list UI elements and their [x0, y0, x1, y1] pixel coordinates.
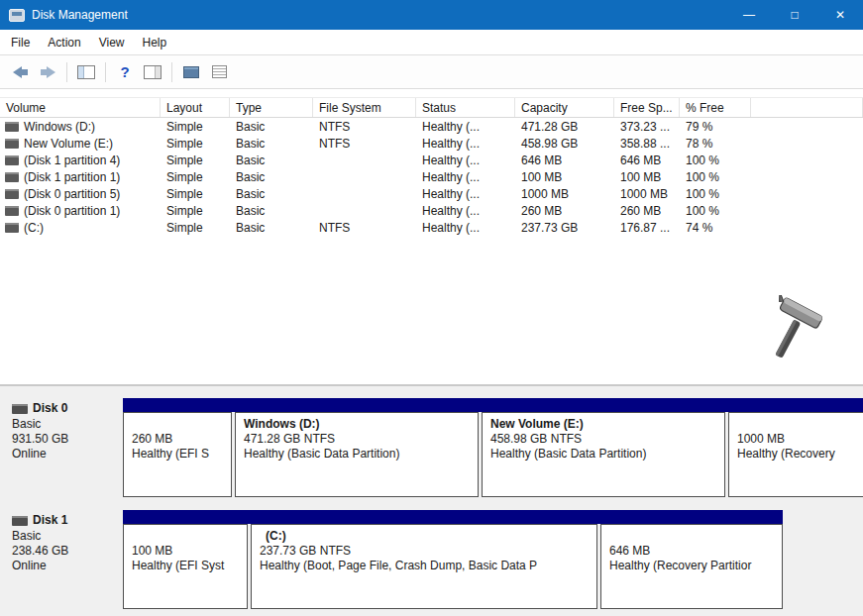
menu-action[interactable]: Action: [39, 32, 89, 53]
back-arrow-icon: [13, 66, 28, 78]
help-button[interactable]: ?: [112, 59, 138, 85]
col-layout[interactable]: Layout: [161, 98, 230, 117]
partition-new-volume-e[interactable]: New Volume (E:) 458.98 GB NTFS Healthy (…: [482, 412, 725, 497]
disk-name: Disk 1: [33, 513, 67, 528]
table-header: Volume Layout Type File System Status Ca…: [0, 97, 863, 118]
cell-pctfree: 100 %: [680, 204, 751, 218]
partition-size: 458.98 GB NTFS: [490, 432, 716, 447]
volume-icon: [5, 139, 19, 149]
partition-title: New Volume (E:): [490, 417, 716, 432]
export-list-button[interactable]: [206, 59, 232, 85]
console-tree-button[interactable]: [73, 59, 99, 85]
maximize-button[interactable]: □: [772, 0, 817, 30]
partition-recovery-disk0[interactable]: 1000 MB Healthy (Recovery: [728, 412, 863, 497]
close-button[interactable]: ✕: [817, 0, 863, 30]
cell-layout: Simple: [161, 187, 230, 201]
table-row[interactable]: (Disk 0 partition 5) Simple Basic Health…: [0, 185, 863, 202]
partition-size: 100 MB: [132, 544, 239, 559]
cell-fs: NTFS: [313, 221, 416, 235]
cell-fs: NTFS: [313, 120, 416, 134]
cell-capacity: 260 MB: [515, 204, 614, 218]
partition-size: 237.73 GB NTFS: [260, 544, 589, 559]
cell-pctfree: 74 %: [680, 221, 751, 235]
disk-0-label[interactable]: Disk 0 Basic 931.50 GB Online: [8, 398, 123, 497]
partition-color-stripe: [123, 510, 783, 524]
partition-windows-d[interactable]: Windows (D:) 471.28 GB NTFS Healthy (Bas…: [235, 412, 479, 497]
table-row[interactable]: New Volume (E:) Simple Basic NTFS Health…: [0, 135, 863, 152]
forward-arrow-icon: [41, 66, 55, 78]
col-status[interactable]: Status: [416, 98, 515, 117]
cell-type: Basic: [230, 137, 313, 151]
cell-pctfree: 78 %: [680, 137, 751, 151]
cell-capacity: 646 MB: [515, 154, 614, 167]
menu-help[interactable]: Help: [134, 32, 176, 53]
table-row[interactable]: (Disk 0 partition 1) Simple Basic Health…: [0, 202, 863, 219]
toolbar: ?: [0, 55, 863, 89]
toolbar-separator: [171, 62, 172, 82]
volume-icon: [5, 206, 19, 216]
disk-1-label[interactable]: Disk 1 Basic 238.46 GB Online: [8, 510, 123, 609]
volume-icon: [5, 122, 19, 132]
action-pane-button[interactable]: [140, 59, 165, 85]
menu-bar: File Action View Help: [0, 30, 863, 55]
cell-type: Basic: [230, 204, 313, 218]
menu-file[interactable]: File: [2, 32, 39, 53]
partition-recovery-disk1[interactable]: 646 MB Healthy (Recovery Partitior: [600, 524, 783, 609]
table-row[interactable]: Windows (D:) Simple Basic NTFS Healthy (…: [0, 118, 863, 135]
menu-view[interactable]: View: [90, 32, 134, 53]
partition-title: Windows (D:): [244, 417, 470, 432]
partition-efi-disk1[interactable]: 100 MB Healthy (EFI Syst: [123, 524, 248, 609]
table-row[interactable]: (Disk 1 partition 4) Simple Basic Health…: [0, 152, 863, 168]
minimize-button[interactable]: —: [726, 0, 772, 30]
forward-button[interactable]: [35, 59, 60, 85]
disk-type: Basic: [12, 417, 119, 432]
volume-name: Windows (D:): [24, 120, 95, 134]
partition-c-drive[interactable]: (C:) 237.73 GB NTFS Healthy (Boot, Page …: [251, 524, 597, 609]
col-capacity[interactable]: Capacity: [515, 98, 614, 117]
partition-status: Healthy (Boot, Page File, Crash Dump, Ba…: [260, 559, 589, 573]
cell-status: Healthy (...: [416, 170, 515, 184]
cell-type: Basic: [230, 187, 313, 201]
partition-size: 471.28 GB NTFS: [244, 432, 470, 447]
table-row[interactable]: (C:) Simple Basic NTFS Healthy (... 237.…: [0, 219, 863, 236]
disk-type: Basic: [12, 529, 119, 544]
volume-list-pane: Volume Layout Type File System Status Ca…: [0, 89, 863, 384]
volume-icon: [5, 223, 19, 233]
disk-size: 931.50 GB: [12, 432, 119, 447]
partition-status: Healthy (Basic Data Partition): [244, 447, 470, 462]
cell-free: 1000 MB: [614, 187, 680, 201]
volume-name: (Disk 0 partition 1): [24, 204, 120, 218]
disk-icon: [12, 404, 28, 414]
cell-free: 176.87 ...: [614, 221, 680, 235]
partition-size: 1000 MB: [737, 432, 863, 447]
cell-capacity: 471.28 GB: [515, 120, 614, 134]
partition-status: Healthy (EFI S: [132, 447, 223, 462]
partition-size: 260 MB: [132, 432, 223, 447]
disk-0-partitions: 260 MB Healthy (EFI S Windows (D:) 471.2…: [123, 398, 863, 497]
col-volume[interactable]: Volume: [0, 98, 161, 117]
col-type[interactable]: Type: [230, 98, 313, 117]
screen-icon: [183, 66, 199, 78]
disk-size: 238.46 GB: [12, 544, 119, 559]
cell-status: Healthy (...: [416, 120, 515, 134]
disk-status: Online: [12, 559, 119, 573]
table-row[interactable]: (Disk 1 partition 1) Simple Basic Health…: [0, 168, 863, 185]
display-options-button[interactable]: [178, 59, 204, 85]
cell-pctfree: 100 %: [680, 170, 751, 184]
toolbar-separator: [105, 62, 106, 82]
hammer-icon: [756, 295, 827, 366]
col-filesystem[interactable]: File System: [313, 98, 416, 117]
col-pctfree[interactable]: % Free: [680, 98, 751, 117]
cell-layout: Simple: [161, 120, 230, 134]
volume-name: (Disk 0 partition 5): [24, 187, 120, 201]
toolbar-separator: [66, 62, 67, 82]
back-button[interactable]: [7, 59, 33, 85]
partition-efi-disk0[interactable]: 260 MB Healthy (EFI S: [123, 412, 232, 497]
col-blank: [751, 98, 863, 117]
cell-layout: Simple: [161, 204, 230, 218]
col-freespace[interactable]: Free Sp...: [614, 98, 680, 117]
volume-name: (C:): [24, 221, 44, 235]
cell-pctfree: 79 %: [680, 120, 751, 134]
action-pane-icon: [144, 65, 162, 79]
cell-layout: Simple: [161, 154, 230, 167]
